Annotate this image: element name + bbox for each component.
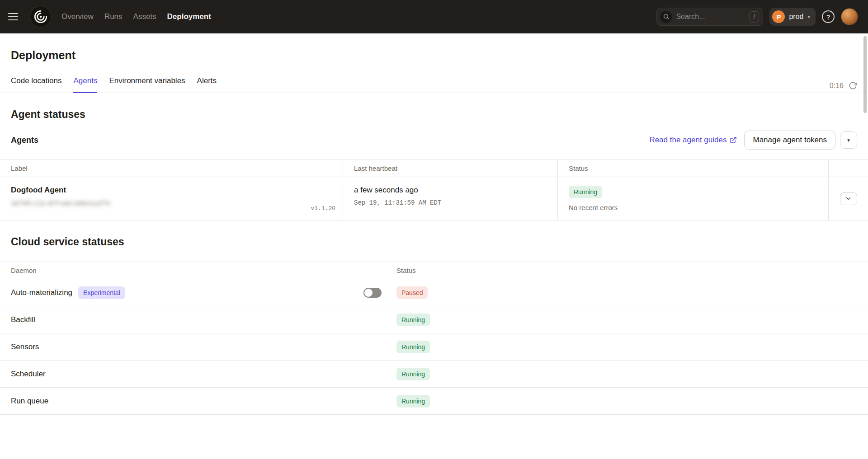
table-row-daemon: Auto-materializing Experimental	[0, 279, 389, 306]
agent-statuses-heading: Agent statuses	[11, 108, 857, 121]
heartbeat-timestamp: Sep 19, 11:31:59 AM EDT	[354, 199, 547, 206]
search-shortcut-hint: /	[749, 11, 759, 23]
help-icon[interactable]: ?	[822, 10, 835, 23]
agents-actions: Read the agent guides Manage agent token…	[649, 131, 857, 150]
table-row-daemon: Run queue	[0, 388, 389, 415]
table-row-status: Running	[389, 306, 868, 333]
table-row-daemon: Backfill	[0, 306, 389, 333]
agent-status-cell: Running No recent errors	[558, 177, 829, 220]
page-title: Deployment	[11, 49, 857, 62]
cloud-service-statuses-heading: Cloud service statuses	[11, 236, 857, 248]
agent-version: v1.1.20	[311, 205, 335, 212]
refresh-timer: 0:16	[830, 82, 844, 90]
scrollbar[interactable]	[863, 36, 867, 113]
agent-guides-link[interactable]: Read the agent guides	[649, 136, 737, 145]
hamburger-menu-icon[interactable]	[8, 9, 24, 24]
agents-subheading: Agents	[11, 136, 38, 145]
search-input[interactable]	[676, 13, 745, 21]
search-box[interactable]: /	[656, 8, 763, 26]
primary-nav: Overview Runs Assets Deployment	[61, 12, 211, 21]
agent-expand-button[interactable]	[840, 192, 857, 205]
status-badge: Running	[396, 368, 430, 380]
tab-code-locations[interactable]: Code locations	[11, 76, 61, 93]
status-badge: Paused	[396, 286, 428, 299]
daemon-name: Scheduler	[11, 370, 46, 379]
tab-agents[interactable]: Agents	[73, 76, 97, 93]
status-badge: Running	[396, 314, 430, 326]
nav-item-deployment[interactable]: Deployment	[167, 12, 211, 21]
agent-status-badge: Running	[569, 186, 602, 198]
daemon-name: Backfill	[11, 315, 35, 324]
table-row-daemon: Sensors	[0, 333, 389, 361]
cloud-services-table: Daemon Status Auto-materializing Experim…	[0, 262, 868, 415]
deployment-tabs: Code locations Agents Environment variab…	[0, 76, 868, 93]
topbar-right-cluster: / P prod ▾ ?	[656, 8, 858, 26]
refresh-cluster: 0:16	[830, 81, 857, 93]
heartbeat-relative: a few seconds ago	[354, 186, 547, 195]
deployment-name: prod	[789, 13, 803, 21]
agents-col-label: Label	[0, 160, 343, 177]
deployment-switcher[interactable]: P prod ▾	[769, 8, 816, 26]
refresh-icon[interactable]	[849, 81, 857, 90]
agent-guides-link-label: Read the agent guides	[649, 136, 726, 145]
agents-col-status: Status	[558, 160, 829, 177]
agent-actions-cell	[829, 177, 868, 220]
cloud-col-status: Status	[389, 262, 868, 279]
daemon-name: Run queue	[11, 397, 48, 406]
user-avatar[interactable]	[841, 8, 858, 25]
daemon-name: Auto-materializing	[11, 288, 72, 297]
manage-agent-tokens-button[interactable]: Manage agent tokens	[744, 131, 835, 150]
status-badge: Running	[396, 395, 430, 407]
cloud-col-daemon: Daemon	[0, 262, 389, 279]
search-icon	[660, 11, 672, 23]
agent-id-redacted: 3d79f5-21b-4f7f-a9e-b9b02a2f75	[11, 199, 160, 207]
nav-item-assets[interactable]: Assets	[133, 12, 156, 21]
agent-tokens-dropdown-button[interactable]: ▾	[840, 131, 857, 149]
top-nav-bar: Overview Runs Assets Deployment / P prod…	[0, 0, 868, 33]
agent-label-cell: Dogfood Agent 3d79f5-21b-4f7f-a9e-b9b02a…	[0, 177, 343, 220]
agent-name: Dogfood Agent	[11, 186, 332, 195]
deployment-page: Deployment Code locations Agents Environ…	[0, 49, 868, 415]
agents-toolbar: Agents Read the agent guides Manage agen…	[11, 131, 857, 150]
table-row-status: Running	[389, 388, 868, 415]
agents-col-heartbeat: Last heartbeat	[343, 160, 558, 177]
agents-col-actions	[829, 160, 868, 177]
agent-heartbeat-cell: a few seconds ago Sep 19, 11:31:59 AM ED…	[343, 177, 558, 220]
agents-table: Label Last heartbeat Status Dogfood Agen…	[0, 159, 868, 220]
daemon-name: Sensors	[11, 342, 39, 351]
nav-item-overview[interactable]: Overview	[61, 12, 94, 21]
status-badge: Running	[396, 341, 430, 353]
chevron-down-icon: ▾	[847, 138, 850, 143]
table-row-daemon: Scheduler	[0, 361, 389, 388]
chevron-down-icon: ▾	[807, 14, 810, 19]
chevron-down-icon	[845, 195, 852, 202]
agent-status-note: No recent errors	[569, 204, 817, 211]
tab-environment-variables[interactable]: Environment variables	[109, 76, 185, 93]
tab-alerts[interactable]: Alerts	[197, 76, 217, 93]
auto-materializing-toggle[interactable]	[363, 288, 382, 298]
dagster-logo[interactable]	[30, 6, 52, 28]
table-row-status: Paused	[389, 279, 868, 306]
table-row-status: Running	[389, 361, 868, 388]
experimental-badge: Experimental	[78, 286, 125, 299]
deployment-initial-badge: P	[772, 10, 785, 23]
table-row-status: Running	[389, 333, 868, 361]
external-link-icon	[730, 136, 737, 144]
nav-item-runs[interactable]: Runs	[104, 12, 123, 21]
